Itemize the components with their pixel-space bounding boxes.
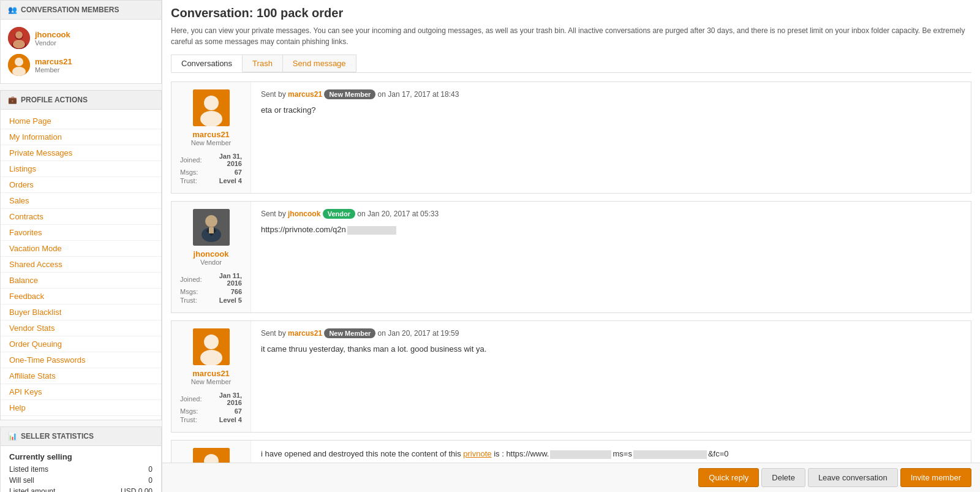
sidebar-item-contracts[interactable]: Contracts — [1, 209, 161, 225]
sidebar-item-private-messages[interactable]: Private Messages — [1, 145, 161, 161]
members-header: 👥 CONVERSATION MEMBERS — [1, 1, 161, 20]
avatar-marcus21 — [8, 54, 30, 76]
seller-stats-section: 📊 SELLER STATISTICS Currently selling Li… — [0, 426, 162, 492]
svg-point-10 — [200, 111, 222, 126]
message-text-1: eta or tracking? — [261, 104, 961, 116]
sidebar-item-sales[interactable]: Sales — [1, 193, 161, 209]
member-role-jhoncook: Vendor — [35, 39, 70, 47]
member-info-marcus21: marcus21 Member — [35, 57, 72, 74]
message-text-4: i have opened and destroyed this note th… — [261, 448, 961, 460]
privnote-link[interactable]: privnote — [463, 449, 491, 458]
message-user-panel-1: marcus21 New Member Joined:Jan 31, 2016 … — [172, 82, 251, 193]
stats-will-sell-value: 0 — [148, 476, 153, 485]
seller-stats-content: Currently selling Listed items 0 Will se… — [1, 446, 161, 492]
tab-send-message[interactable]: Send message — [282, 55, 356, 72]
msg-meta-1: Joined:Jan 31, 2016 Msgs:67 Trust:Level … — [179, 151, 243, 186]
bottom-actions-bar: Quick reply Delete Leave conversation In… — [162, 463, 980, 492]
msg-meta-3: Joined:Jan 31, 2016 Msgs:67 Trust:Level … — [179, 390, 243, 425]
member-item-jhoncook: jhoncook Vendor — [8, 25, 154, 51]
delete-button[interactable]: Delete — [761, 468, 805, 487]
users-icon: 👥 — [8, 6, 17, 14]
redacted-2 — [550, 450, 611, 459]
stats-listed-amount: Listed amount USD 0.00 — [9, 486, 153, 492]
redacted-3 — [633, 450, 707, 459]
stats-listed-items-value: 0 — [148, 465, 153, 474]
tab-trash[interactable]: Trash — [242, 55, 283, 72]
briefcase-icon: 💼 — [8, 96, 17, 104]
message-card-2: jhoncook Vendor Joined:Jan 11, 2016 Msgs… — [171, 201, 971, 313]
msg-role-jhoncook: Vendor — [179, 259, 243, 266]
msg-sender-link-3[interactable]: marcus21 — [288, 329, 322, 338]
message-header-2: Sent by jhoncook Vendor on Jan 20, 2017 … — [261, 209, 961, 219]
sidebar-item-order-queuing[interactable]: Order Queuing — [1, 336, 161, 352]
message-header-1: Sent by marcus21 New Member on Jan 17, 2… — [261, 89, 961, 99]
badge-new-member-1: New Member — [324, 89, 375, 99]
avatar-jhoncook — [8, 27, 30, 49]
invite-member-button[interactable]: Invite member — [900, 468, 971, 487]
svg-point-14 — [206, 216, 217, 227]
sidebar-item-my-information[interactable]: My Information — [1, 129, 161, 145]
stats-will-sell: Will sell 0 — [9, 475, 153, 486]
member-name-jhoncook: jhoncook — [35, 30, 70, 39]
conversation-members-section: 👥 CONVERSATION MEMBERS — [0, 0, 162, 84]
sidebar-item-help[interactable]: Help — [1, 400, 161, 416]
tabs: Conversations Trash Send message — [171, 55, 971, 73]
message-user-panel-2: jhoncook Vendor Joined:Jan 11, 2016 Msgs… — [172, 202, 251, 312]
leave-conversation-button[interactable]: Leave conversation — [808, 468, 898, 487]
sidebar-item-affiliate-stats[interactable]: Affiliate Stats — [1, 368, 161, 384]
profile-actions-section: 💼 PROFILE ACTIONS Home Page My Informati… — [0, 90, 162, 420]
redacted-1 — [347, 226, 396, 235]
sidebar-item-home-page[interactable]: Home Page — [1, 113, 161, 129]
message-card-1: marcus21 New Member Joined:Jan 31, 2016 … — [171, 81, 971, 194]
page-description: Here, you can view your private messages… — [171, 25, 971, 47]
svg-point-18 — [204, 335, 219, 349]
sidebar-item-listings[interactable]: Listings — [1, 161, 161, 177]
message-header-3: Sent by marcus21 New Member on Jan 20, 2… — [261, 328, 961, 338]
seller-stats-header: 📊 SELLER STATISTICS — [1, 427, 161, 446]
msg-username-marcus21-3: marcus21 — [179, 369, 243, 378]
svg-point-3 — [15, 31, 23, 39]
member-info-jhoncook: jhoncook Vendor — [35, 30, 70, 47]
message-user-panel-3: marcus21 New Member Joined:Jan 31, 2016 … — [172, 321, 251, 432]
stats-listed-items-label: Listed items — [9, 465, 48, 474]
member-role-marcus21: Member — [35, 66, 72, 74]
sidebar-item-buyer-blacklist[interactable]: Buyer Blacklist — [1, 305, 161, 320]
chart-icon: 📊 — [8, 432, 17, 441]
sidebar-item-vacation-mode[interactable]: Vacation Mode — [1, 241, 161, 257]
sidebar-item-orders[interactable]: Orders — [1, 177, 161, 193]
members-list: jhoncook Vendor marcus21 Member — [1, 20, 161, 83]
sidebar: 👥 CONVERSATION MEMBERS — [0, 0, 162, 492]
message-text-3: it came thruu yesterday, thanks man a lo… — [261, 343, 961, 355]
page-title: Conversation: 100 pack order — [171, 6, 971, 20]
svg-rect-16 — [209, 227, 214, 233]
sidebar-item-vendor-stats[interactable]: Vendor Stats — [1, 320, 161, 336]
msg-meta-2: Joined:Jan 11, 2016 Msgs:766 Trust:Level… — [179, 271, 243, 305]
sidebar-item-shared-access[interactable]: Shared Access — [1, 257, 161, 273]
message-body-2: Sent by jhoncook Vendor on Jan 20, 2017 … — [251, 202, 971, 312]
svg-point-9 — [204, 96, 219, 110]
sidebar-item-one-time-passwords[interactable]: One-Time Passwords — [1, 352, 161, 368]
svg-point-6 — [15, 58, 23, 66]
msg-sender-link-2[interactable]: jhoncook — [288, 210, 320, 218]
profile-actions-list: Home Page My Information Private Message… — [1, 110, 161, 420]
msg-username-jhoncook: jhoncook — [179, 249, 243, 259]
msg-role-marcus21-1: New Member — [179, 139, 243, 146]
sidebar-item-favorites[interactable]: Favorites — [1, 225, 161, 241]
msg-avatar-marcus21-3 — [193, 328, 230, 365]
tab-conversations[interactable]: Conversations — [171, 55, 243, 72]
stats-listed-amount-value: USD 0.00 — [121, 487, 153, 492]
msg-avatar-jhoncook — [193, 209, 230, 246]
message-text-2: https://privnote.com/q2n — [261, 224, 961, 236]
currently-selling-label: Currently selling — [9, 452, 153, 461]
member-item-marcus21: marcus21 Member — [8, 51, 154, 78]
sidebar-item-api-keys[interactable]: API Keys — [1, 384, 161, 400]
stats-will-sell-label: Will sell — [9, 476, 34, 485]
sidebar-item-balance[interactable]: Balance — [1, 273, 161, 289]
member-name-marcus21: marcus21 — [35, 57, 72, 66]
quick-reply-button[interactable]: Quick reply — [698, 468, 759, 487]
sidebar-item-feedback[interactable]: Feedback — [1, 289, 161, 305]
badge-vendor-2: Vendor — [323, 209, 355, 219]
msg-sender-link-1[interactable]: marcus21 — [288, 90, 322, 99]
message-card-3: marcus21 New Member Joined:Jan 31, 2016 … — [171, 320, 971, 433]
message-body-3: Sent by marcus21 New Member on Jan 20, 2… — [251, 321, 971, 432]
